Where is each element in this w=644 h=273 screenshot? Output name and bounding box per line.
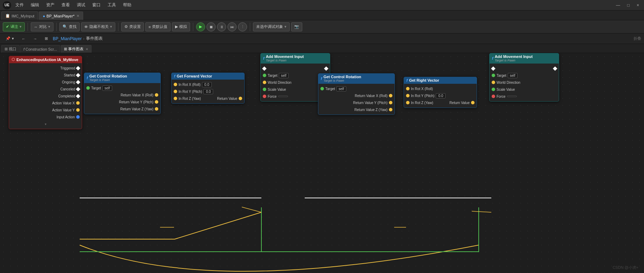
camera-button[interactable]: 📷 — [291, 22, 302, 31]
nav-back-button[interactable]: ← — [19, 34, 28, 43]
node-get-fwd-vec[interactable]: f Get Forward Vector In Rot X (Roll) 0.0… — [171, 73, 245, 104]
pin-action-value-y-dot[interactable] — [76, 108, 80, 112]
nav-fwd-icon: → — [33, 37, 37, 41]
menu-window[interactable]: 窗口 — [91, 1, 102, 9]
pin-collapse[interactable]: ▾ — [9, 120, 82, 127]
window-controls: — □ × — [614, 3, 641, 8]
pin-am2-scale-dot[interactable] — [492, 88, 495, 91]
pin-started-dot[interactable] — [76, 73, 80, 78]
class-settings-button[interactable]: ⚙ 类设置 — [121, 22, 144, 31]
stop-button[interactable]: ⏹ — [207, 22, 216, 31]
pin-am1-scale-dot[interactable] — [263, 88, 266, 91]
node-get-right-vec[interactable]: f Get Right Vector In Rot X (Roll) In Ro… — [404, 77, 477, 108]
node-enhanced-input-action[interactable]: ⬡ EnhancedInputAction IA_MyMove Triggere… — [9, 56, 82, 129]
tab-bp[interactable]: ● BP_MianPlayer* ✕ — [39, 12, 83, 20]
tab2-event-graph[interactable]: ⊞ 事件图表 ✕ — [61, 45, 92, 53]
tab-imc[interactable]: 📋 IMC_MyInput — [1, 12, 38, 20]
menu-debug[interactable]: 调试 — [75, 1, 87, 9]
pause-button[interactable]: ⏸ — [217, 22, 226, 31]
menu-edit[interactable]: 编辑 — [29, 1, 41, 9]
compile-button[interactable]: ✔ 译注 ▾ — [3, 22, 25, 31]
pin-ongoing-dot[interactable] — [76, 80, 80, 84]
menu-help[interactable]: 帮助 — [122, 1, 133, 9]
pin-am2-target-dot[interactable] — [492, 74, 495, 77]
node-get-ctrl-rot-1[interactable]: f Get Control Rotation Target is Pawn Ta… — [84, 73, 161, 114]
pin-pitch-2-dot[interactable] — [389, 101, 392, 104]
pin-inroty-r-dot[interactable] — [406, 94, 410, 97]
class-defaults-button[interactable]: ≡ 类默认值 — [145, 22, 171, 31]
debug-target-dropdown[interactable]: 未选中调试对象 ▾ — [253, 22, 290, 31]
maximize-button[interactable]: □ — [625, 3, 632, 8]
pin-canceled-dot[interactable] — [76, 87, 80, 91]
pin-inrotz-r-dot[interactable] — [406, 101, 410, 104]
pin-am2-exec-out[interactable] — [553, 66, 557, 71]
pin-inrotx-r-dot[interactable] — [406, 87, 410, 90]
tab2-event-close[interactable]: ✕ — [86, 47, 88, 51]
breadcrumb-bp[interactable]: BP_MianPlayer — [53, 36, 82, 41]
pin-completed-dot[interactable] — [76, 94, 80, 98]
pin-yaw-1-dot[interactable] — [155, 107, 158, 111]
pin-am1-exec-out[interactable] — [324, 66, 328, 71]
pin-am2-world-dir-dot[interactable] — [492, 81, 495, 84]
diff-button[interactable]: ↔ 对比 ▾ — [31, 22, 53, 31]
pin-am1-exec-in[interactable] — [262, 66, 267, 71]
pin-target-2-dot[interactable] — [320, 87, 324, 90]
pin-action-value-x-dot[interactable] — [76, 101, 80, 105]
tab2-construction[interactable]: f Construction Scr... — [20, 45, 60, 53]
skip-button[interactable]: ⏭ — [227, 22, 237, 31]
node-get-ctrl-rot-1-header: f Get Control Rotation Target is Pawn — [84, 73, 161, 83]
pin-return-right-dot[interactable] — [471, 101, 475, 104]
pin-am1-world-dir-dot[interactable] — [263, 81, 266, 84]
blueprint-canvas[interactable]: ⬡ EnhancedInputAction IA_MyMove Triggere… — [0, 53, 644, 273]
menu-asset[interactable]: 资产 — [45, 1, 56, 9]
simulate-button[interactable]: ▶ 模拟 — [172, 22, 190, 31]
menu-file[interactable]: 文件 — [14, 1, 25, 9]
minimize-button[interactable]: — — [614, 3, 622, 8]
pin-am2-exec-in[interactable] — [491, 66, 495, 71]
search-button[interactable]: 🔍 查找 — [59, 22, 80, 31]
title-bar: UE 文件 编辑 资产 查看 调试 窗口 工具 帮助 — □ × — [0, 0, 644, 10]
sep2 — [56, 23, 57, 31]
more-button[interactable]: ⋮ — [238, 22, 247, 31]
node-add-movement-2[interactable]: f Add Movement Input Target is Pawn Targ… — [489, 53, 559, 102]
hide-icon: 👁 — [84, 25, 88, 29]
pin-input-action-dot[interactable] — [76, 115, 80, 119]
menu-view[interactable]: 查看 — [60, 1, 71, 9]
graph-icon-btn[interactable]: ⊞ — [42, 34, 51, 43]
tab-bp-close[interactable]: ✕ — [77, 14, 79, 18]
node-get-ctrl-rot-2[interactable]: f Get Control Rotation Target is Pawn Ta… — [318, 73, 395, 115]
tab-imc-label: IMC_MyInput — [12, 14, 34, 18]
pin-pitch-2: Return Value Y (Pitch) — [318, 99, 395, 106]
pin-inroty-dot[interactable] — [174, 90, 177, 93]
pin-dropdown[interactable]: 📌 ▾ — [3, 34, 17, 43]
nav-fwd-button[interactable]: → — [30, 34, 40, 43]
pin-started: Started — [9, 72, 82, 79]
pin-completed: Completed — [9, 93, 82, 99]
breadcrumb: BP_MianPlayer › 事件图表 — [53, 36, 103, 42]
diff-icon: ↔ — [34, 25, 38, 29]
pin-yaw-2-dot[interactable] — [389, 108, 392, 111]
close-button[interactable]: × — [635, 3, 641, 8]
pin-target-1-dot[interactable] — [86, 86, 90, 90]
node-get-ctrl-rot-2-body: Target self Return Value X (Roll) Return… — [318, 84, 395, 115]
pin-triggered-dot[interactable] — [76, 66, 80, 71]
event-title: EnhancedInputAction IA_MyMove — [16, 58, 78, 62]
sep5 — [250, 23, 250, 31]
pin-am2-force-dot[interactable] — [492, 95, 495, 98]
play-button[interactable]: ▶ — [196, 22, 205, 31]
pin-inrotz-dot[interactable] — [174, 97, 177, 100]
pin-am1-force-dot[interactable] — [263, 95, 266, 98]
pin-return-fwd-dot[interactable] — [239, 97, 242, 100]
pin-roll-1-dot[interactable] — [155, 93, 158, 97]
func-icon-1: f — [87, 76, 88, 80]
pin-am2-force: Force — [490, 93, 559, 100]
pin-am1-target-dot[interactable] — [263, 74, 266, 77]
tab2-viewport[interactable]: ⊞ 视口 — [1, 45, 20, 53]
pin-pitch-1-dot[interactable] — [155, 100, 158, 104]
pin-roll-2-dot[interactable] — [389, 94, 392, 97]
hide-button[interactable]: 👁 隐藏不相关 ▾ — [81, 22, 115, 31]
menu-tools[interactable]: 工具 — [106, 1, 117, 9]
pin-inrotx-dot[interactable] — [174, 83, 177, 86]
func-icon-am1: f — [263, 56, 265, 60]
camera-icon: 📷 — [294, 24, 299, 29]
